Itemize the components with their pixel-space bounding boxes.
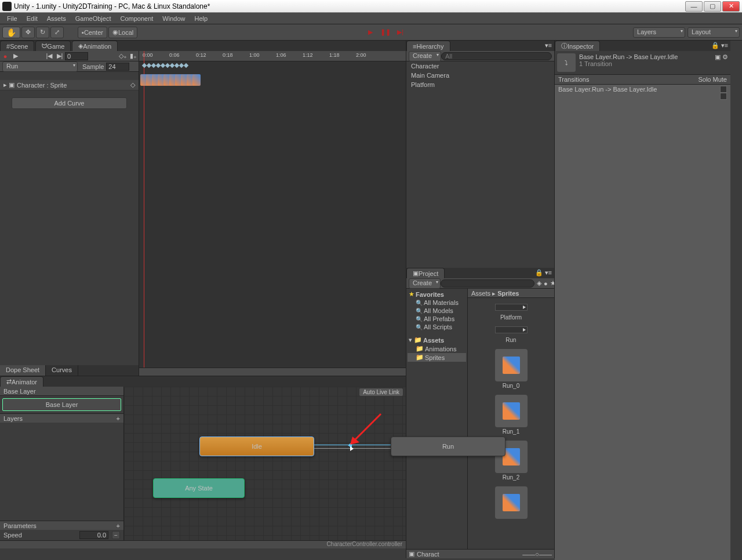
parameters-header: Parameters: [3, 522, 37, 529]
asset-run-3[interactable]: [495, 486, 528, 519]
hierarchy-item-camera[interactable]: Main Camera: [406, 71, 554, 80]
tree-all-scripts[interactable]: 🔍All Scripts: [408, 323, 466, 331]
tree-all-prefabs[interactable]: 🔍All Prefabs: [408, 315, 466, 323]
remove-param-button[interactable]: −: [112, 531, 120, 539]
pause-button[interactable]: ❚❚: [379, 27, 392, 38]
frame-field[interactable]: 0: [65, 52, 88, 60]
node-run[interactable]: Run: [391, 437, 505, 456]
pivot-center-button[interactable]: ▪ Center: [78, 27, 107, 38]
timeline-scrollbar[interactable]: [139, 368, 406, 376]
hand-tool[interactable]: ✋: [2, 27, 20, 38]
add-event-button[interactable]: ▮₊: [128, 52, 139, 61]
search-type-icon[interactable]: ●: [544, 280, 548, 287]
menu-component[interactable]: Component: [115, 14, 158, 23]
move-tool[interactable]: ✥: [21, 27, 35, 38]
animator-graph[interactable]: Auto Live Link Idle Run Any State: [124, 387, 406, 540]
auto-live-link-button[interactable]: Auto Live Link: [359, 388, 403, 397]
add-key-button[interactable]: ◇₊: [118, 52, 128, 61]
asset-platform[interactable]: [495, 304, 528, 311]
property-row[interactable]: ▸ ▣ Character : Sprite ◇: [0, 80, 139, 90]
scale-tool[interactable]: ⤢: [50, 27, 64, 38]
animator-statusbar: CharacterController.controller: [0, 540, 406, 548]
tab-game[interactable]: ᗢ Game: [35, 41, 71, 51]
add-layer-button[interactable]: +: [117, 415, 120, 421]
asset-run-0[interactable]: [495, 349, 528, 381]
project-search-input[interactable]: [441, 279, 534, 288]
inspector-lock-icon[interactable]: 🔒 ▾≡: [709, 41, 730, 51]
clip-dropdown[interactable]: Run: [2, 61, 78, 72]
search-filter-icon[interactable]: ◈: [537, 279, 541, 287]
add-param-button[interactable]: +: [117, 522, 120, 529]
layout-dropdown[interactable]: Layout: [688, 27, 740, 38]
tree-favorites[interactable]: ★Favorites: [408, 290, 466, 299]
svg-line-0: [354, 414, 381, 441]
prev-key-button[interactable]: |◀: [44, 52, 54, 61]
menu-assets[interactable]: Assets: [42, 14, 71, 23]
layers-dropdown[interactable]: Layers: [633, 27, 685, 38]
add-curve-button[interactable]: Add Curve: [12, 97, 127, 109]
window-title: Unity - 1.unity - Unity2DTraining - PC, …: [14, 2, 685, 10]
menu-edit[interactable]: Edit: [22, 14, 42, 23]
transitions-header: Transitions: [558, 76, 589, 83]
hierarchy-item-character[interactable]: Character: [406, 61, 554, 71]
play-button[interactable]: ▶: [363, 27, 377, 38]
animator-breadcrumb[interactable]: Base Layer: [0, 387, 123, 396]
grid-size-slider[interactable]: ——○——: [522, 551, 552, 558]
project-create-dropdown[interactable]: Create: [409, 278, 441, 289]
tab-inspector[interactable]: ⓘ Inspector: [555, 41, 600, 51]
layer-base[interactable]: Base Layer: [2, 398, 121, 411]
transition-idle-run[interactable]: [314, 445, 391, 448]
minimize-button[interactable]: —: [685, 1, 703, 12]
tree-all-models[interactable]: 🔍All Models: [408, 307, 466, 315]
sample-label: Sample: [82, 63, 104, 70]
rotate-tool[interactable]: ↻: [36, 27, 49, 38]
asset-run[interactable]: [495, 326, 528, 333]
tab-animation[interactable]: ◈ Animation: [72, 41, 118, 51]
keyframe-row[interactable]: [143, 64, 188, 67]
menu-gameobject[interactable]: GameObject: [71, 14, 116, 23]
menu-file[interactable]: File: [2, 14, 22, 23]
animation-timeline[interactable]: 0:00 0:06 0:12 0:18 1:00 1:06 1:12 1:18 …: [139, 51, 406, 376]
project-grid[interactable]: Platform Run Run_0 Run_1 Run_2: [468, 298, 554, 549]
param-value[interactable]: 0.0: [79, 531, 108, 539]
tab-animator[interactable]: ⇄ Animator: [0, 376, 43, 387]
anim-play-button[interactable]: ▶: [10, 52, 21, 61]
arrow-right-icon: [350, 446, 354, 451]
project-breadcrumb[interactable]: Assets ▸ Sprites: [468, 289, 554, 298]
inspector-help-icon[interactable]: ▣ ⚙: [715, 53, 728, 72]
mute-checkbox[interactable]: [720, 93, 727, 100]
tree-sprites[interactable]: 📁 Sprites: [408, 353, 466, 362]
transition-list-item[interactable]: Base Layer.Run -> Base Layer.Idle: [555, 85, 730, 560]
tree-animations[interactable]: 📁 Animations: [408, 344, 466, 353]
hierarchy-menu-icon[interactable]: ▾≡: [543, 41, 554, 51]
playhead[interactable]: [144, 51, 144, 376]
next-key-button[interactable]: ▶|: [54, 52, 65, 61]
annotation-arrow-icon: [349, 411, 384, 446]
sample-field[interactable]: 24: [106, 63, 129, 71]
tab-scene[interactable]: # Scene: [0, 41, 34, 51]
menu-help[interactable]: Help: [190, 14, 212, 23]
project-menu-icon[interactable]: 🔒 ▾≡: [533, 268, 554, 278]
menu-window[interactable]: Window: [158, 14, 190, 23]
hierarchy-search-input[interactable]: [441, 52, 552, 60]
tab-hierarchy[interactable]: ≡ Hierarchy: [406, 41, 450, 51]
node-anystate[interactable]: Any State: [153, 478, 245, 498]
hierarchy-create-dropdown[interactable]: Create: [409, 51, 441, 61]
asset-run-1[interactable]: [495, 395, 528, 427]
record-button[interactable]: ●: [0, 52, 10, 61]
tree-all-materials[interactable]: 🔍All Materials: [408, 299, 466, 307]
footer-asset-name: Charact: [417, 551, 439, 558]
node-idle[interactable]: Idle: [199, 437, 314, 456]
dopesheet-tab[interactable]: Dope Sheet: [0, 365, 46, 376]
step-button[interactable]: ▶|: [394, 27, 408, 38]
curves-tab[interactable]: Curves: [46, 365, 78, 376]
pivot-local-button[interactable]: ◉ Local: [108, 27, 137, 38]
close-button[interactable]: ✕: [722, 1, 740, 12]
param-name[interactable]: Speed: [3, 532, 22, 539]
tab-project[interactable]: ▣ Project: [406, 268, 445, 278]
tree-assets[interactable]: ▾ 📁 Assets: [408, 336, 466, 344]
solo-checkbox[interactable]: [720, 86, 727, 93]
timeline-ruler[interactable]: 0:00 0:06 0:12 0:18 1:00 1:06 1:12 1:18 …: [139, 51, 406, 61]
maximize-button[interactable]: ▢: [704, 1, 721, 12]
hierarchy-item-platform[interactable]: Platform: [406, 80, 554, 89]
